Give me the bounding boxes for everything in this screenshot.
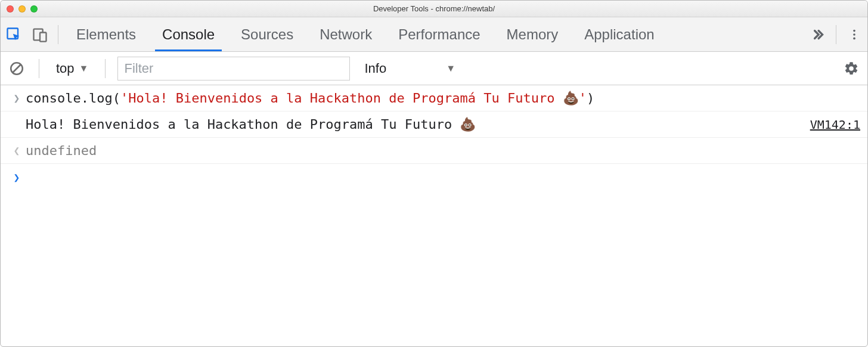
tab-label: Console — [162, 26, 215, 43]
context-label: top — [56, 61, 75, 76]
tab-console[interactable]: Console — [149, 17, 228, 51]
more-tabs-icon[interactable] — [805, 17, 831, 52]
context-selector[interactable]: top ▼ — [51, 61, 93, 76]
tok: 'Hola! Bienvenidos a la Hackathon de Pro… — [120, 91, 587, 106]
return-value: undefined — [26, 143, 860, 158]
kebab-menu-icon[interactable] — [841, 17, 867, 52]
inspect-element-icon[interactable] — [1, 17, 27, 52]
chevron-down-icon: ▼ — [446, 63, 455, 74]
input-chevron-icon: ❯ — [8, 92, 26, 104]
tok: ) — [587, 91, 594, 106]
prompt-chevron-icon: ❯ — [8, 171, 26, 184]
console-input-code[interactable]: console.log('Hola! Bienvenidos a la Hack… — [26, 91, 860, 106]
console-input-row: ❯ console.log('Hola! Bienvenidos a la Ha… — [1, 85, 867, 111]
device-toggle-icon[interactable] — [27, 17, 53, 52]
devtools-tabs: Elements Console Sources Network Perform… — [63, 17, 805, 51]
filter-input[interactable] — [117, 57, 350, 80]
clear-console-icon[interactable] — [7, 58, 27, 79]
console-log-row: Hola! Bienvenidos a la Hackathon de Prog… — [1, 111, 867, 138]
tab-application[interactable]: Application — [571, 17, 667, 51]
svg-point-5 — [853, 37, 855, 39]
log-level-selector[interactable]: Info ▼ — [357, 61, 463, 76]
titlebar: Developer Tools - chrome://newtab/ — [1, 1, 867, 17]
tab-label: Memory — [507, 26, 559, 43]
divider — [105, 59, 106, 78]
console-return-row: ❮ undefined — [1, 138, 867, 164]
tab-label: Application — [584, 26, 654, 43]
svg-point-4 — [853, 33, 855, 36]
console-prompt-row[interactable]: ❯ — [1, 164, 867, 190]
level-label: Info — [364, 61, 386, 76]
tab-label: Sources — [241, 26, 293, 43]
tab-label: Elements — [76, 26, 136, 43]
console-output: ❯ console.log('Hola! Bienvenidos a la Ha… — [1, 85, 867, 190]
output-chevron-icon: ❮ — [8, 144, 26, 157]
divider — [836, 25, 836, 44]
divider — [39, 59, 39, 78]
console-filterbar: top ▼ Info ▼ — [1, 52, 867, 85]
tab-memory[interactable]: Memory — [494, 17, 572, 51]
devtools-window: Developer Tools - chrome://newtab/ Eleme… — [0, 0, 868, 347]
tab-network[interactable]: Network — [306, 17, 385, 51]
tabbar-right — [805, 17, 867, 52]
source-link[interactable]: VM142:1 — [810, 117, 860, 132]
tab-label: Network — [320, 26, 372, 43]
devtools-tabbar: Elements Console Sources Network Perform… — [1, 17, 867, 52]
tab-performance[interactable]: Performance — [385, 17, 493, 51]
window-title: Developer Tools - chrome://newtab/ — [1, 4, 867, 13]
tab-label: Performance — [398, 26, 480, 43]
tab-sources[interactable]: Sources — [228, 17, 306, 51]
chevron-down-icon: ▼ — [79, 63, 89, 74]
log-message: Hola! Bienvenidos a la Hackathon de Prog… — [26, 117, 810, 132]
svg-rect-2 — [40, 32, 46, 41]
settings-gear-icon[interactable] — [841, 58, 861, 79]
tok: console.log( — [26, 91, 120, 106]
divider — [58, 25, 58, 44]
svg-point-3 — [853, 29, 855, 32]
tab-elements[interactable]: Elements — [63, 17, 149, 51]
